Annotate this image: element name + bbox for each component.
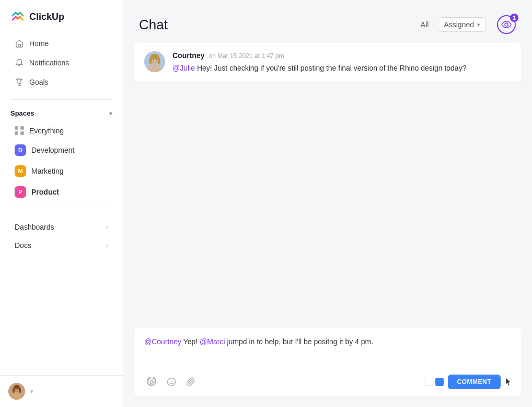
development-badge: D [15,144,26,156]
product-badge: P [15,186,26,198]
message-header: Courtney on Mar 15 2021 at 1:47 pm [172,51,511,60]
main-content: Chat All Assigned ▾ 1 [123,0,532,407]
reply-text-content[interactable]: @Courtney Yep! @Marci jumpd in to help, … [144,336,511,367]
message-timestamp: on Mar 15 2021 at 1:47 pm [209,52,284,60]
everything-grid-icon [15,126,24,135]
sidebar-item-marketing[interactable]: M Marketing [4,161,119,181]
format-options [425,378,444,386]
filter-all-button[interactable]: All [417,18,433,31]
reply-tools [144,375,199,389]
filter-assigned-label: Assigned [444,20,474,29]
svg-point-18 [168,378,176,386]
message-body-text: Hey! Just checking if you're still posti… [195,64,466,72]
message-item: Courtney on Mar 15 2021 at 1:47 pm @Juli… [134,43,522,82]
home-icon [15,39,24,48]
svg-point-5 [13,388,15,393]
sidebar-user-footer[interactable]: ▾ [0,375,123,407]
dashboards-chevron-icon: › [106,223,108,231]
cursor-icon [505,377,511,387]
docs-label: Docs [15,241,31,250]
reply-box: @Courtney Yep! @Marci jumpd in to help, … [134,327,522,397]
notification-count-badge: 1 [510,14,518,22]
svg-point-6 [19,388,21,393]
sidebar-item-docs[interactable]: Docs › [4,236,119,254]
svg-point-17 [150,380,153,383]
message-author-name: Courtney [172,51,204,60]
marketing-badge: M [15,165,26,177]
svg-point-11 [151,54,159,59]
reply-text-2: jumpd in to help, but I'll be positng it… [225,337,374,346]
svg-point-7 [505,23,508,26]
reply-text-1: Yep! [181,337,200,346]
development-label: Development [31,146,75,154]
chat-messages-list: Courtney on Mar 15 2021 at 1:47 pm @Juli… [123,43,532,327]
svg-point-13 [158,57,160,64]
message-body: Courtney on Mar 15 2021 at 1:47 pm @Juli… [172,51,511,74]
sidebar-item-goals[interactable]: Goals [4,73,119,92]
svg-point-20 [172,381,174,382]
sidebar-item-home[interactable]: Home [4,34,119,53]
filter-chevron-icon: ▾ [477,21,480,28]
attach-tool-icon[interactable] [184,375,199,389]
logo-area[interactable]: ClickUp [0,0,123,31]
sidebar-item-everything[interactable]: Everything [4,122,119,139]
courtney-avatar [144,51,165,72]
notifications-label: Notifications [29,59,69,67]
chat-filters: All Assigned ▾ [417,17,486,32]
svg-point-19 [170,381,171,382]
docs-left: Docs [15,241,31,250]
emoji-tool-icon[interactable] [164,375,179,389]
watch-notifications-button[interactable]: 1 [496,15,516,35]
trophy-icon [15,77,24,87]
spaces-divider [10,208,112,208]
nav-divider [10,99,112,100]
user-avatar [8,383,25,400]
docs-chevron-icon: › [106,242,108,249]
user-avatar-image [8,383,25,400]
marketing-label: Marketing [31,167,63,175]
sidebar-sections: Dashboards › Docs › [0,213,123,257]
sidebar-item-notifications[interactable]: Notifications [4,53,119,72]
comment-button[interactable]: COMMENT [448,375,501,389]
chat-page-title: Chat [139,17,406,33]
reply-mention-courtney[interactable]: @Courtney [144,337,181,346]
spaces-chevron-icon: ▾ [109,110,112,117]
format-box-active[interactable] [435,378,444,386]
everything-label: Everything [29,127,64,135]
product-label: Product [31,188,59,196]
svg-point-16 [148,378,156,386]
app-name: ClickUp [29,12,64,22]
home-label: Home [29,39,49,48]
sidebar-item-dashboards[interactable]: Dashboards › [4,218,119,236]
svg-point-12 [149,57,152,64]
reply-mention-marci[interactable]: @Marci [200,337,225,346]
goals-label: Goals [29,78,49,86]
svg-point-14 [153,59,154,60]
message-mention[interactable]: @Julie [172,64,195,72]
clickup-logo-icon [10,9,25,24]
svg-point-15 [156,59,157,60]
user-chevron-icon: ▾ [30,388,33,395]
filter-assigned-dropdown[interactable]: Assigned ▾ [438,17,486,32]
spaces-title: Spaces [10,109,34,117]
format-box-inactive[interactable] [425,378,433,386]
message-text: @Julie Hey! Just checking if you're stil… [172,63,511,74]
chat-header: Chat All Assigned ▾ 1 [123,0,532,43]
svg-point-4 [14,385,20,389]
bell-icon [15,58,24,67]
mention-tool-icon[interactable] [144,375,159,389]
reply-actions: COMMENT [425,375,512,389]
dashboards-label: Dashboards [15,223,54,231]
dashboards-left: Dashboards [15,223,54,231]
sidebar-item-product[interactable]: P Product [4,182,119,202]
sidebar-nav: Home Notifications Goals [0,31,123,94]
reply-toolbar: COMMENT [144,375,511,389]
spaces-header[interactable]: Spaces ▾ [0,105,123,121]
sidebar-item-development[interactable]: D Development [4,140,119,160]
sidebar: ClickUp Home Notifications Goals Spaces … [0,0,123,407]
